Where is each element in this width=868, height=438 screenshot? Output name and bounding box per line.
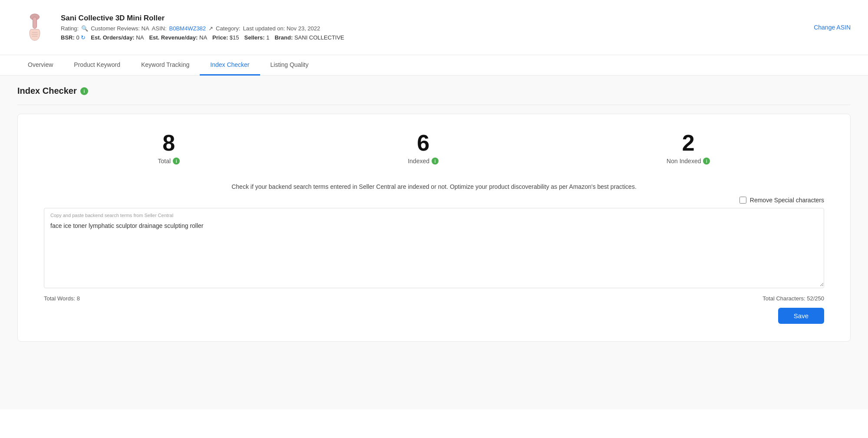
est-orders-value: NA <box>136 34 144 41</box>
sellers-value: 1 <box>266 34 269 41</box>
product-header: Sani Collective 3D Mini Roller Rating: 🔍… <box>0 0 868 55</box>
last-updated: Last updated on: Nov 23, 2022 <box>243 25 320 32</box>
est-revenue-label: Est. Revenue/day: <box>149 34 198 41</box>
svg-rect-1 <box>33 17 37 29</box>
change-asin-link[interactable]: Change ASIN <box>814 24 851 31</box>
tab-listing-quality[interactable]: Listing Quality <box>260 55 319 76</box>
price-label: Price: <box>212 34 228 41</box>
bsr-value: 0 <box>76 34 79 41</box>
tab-keyword-tracking[interactable]: Keyword Tracking <box>131 55 200 76</box>
page-title-row: Index Checker i <box>17 86 851 96</box>
tab-index-checker[interactable]: Index Checker <box>200 55 260 76</box>
stat-indexed-info-icon[interactable]: i <box>432 158 439 165</box>
bsr-label: BSR: <box>61 34 75 41</box>
search-icon: 🔍 <box>81 25 88 32</box>
stats-section: 8 Total i 6 Indexed i 2 Non Indexed i <box>17 114 851 342</box>
brand-label: Brand: <box>274 34 293 41</box>
asin-label: ASIN: <box>152 25 167 32</box>
stats-row: 8 Total i 6 Indexed i 2 Non Indexed i <box>44 132 824 165</box>
rating-label: Rating: <box>61 25 79 32</box>
asin-link[interactable]: B0BM4WZ382 <box>169 25 206 32</box>
category-label: Category: <box>216 25 240 32</box>
page-title: Index Checker <box>17 86 77 96</box>
save-button[interactable]: Save <box>778 308 824 324</box>
est-revenue-value: NA <box>199 34 207 41</box>
stat-indexed: 6 Indexed i <box>408 132 439 165</box>
stat-non-indexed-value: 2 <box>682 132 695 154</box>
tab-overview[interactable]: Overview <box>17 55 63 76</box>
stat-total: 8 Total i <box>158 132 180 165</box>
total-words-value: 8 <box>77 295 80 302</box>
stat-total-info-icon[interactable]: i <box>173 158 180 165</box>
brand-value: SANI COLLECTIVE <box>294 34 344 41</box>
remove-special-label[interactable]: Remove Special characters <box>750 197 824 204</box>
divider <box>17 105 851 105</box>
total-chars-display: Total Characters: 52/250 <box>762 295 824 302</box>
total-chars-label: Total Characters: <box>762 295 805 302</box>
sellers-label: Sellers: <box>244 34 265 41</box>
main-content: Index Checker i 8 Total i 6 Indexed i <box>0 76 868 409</box>
product-meta-row1: Rating: 🔍 Customer Reviews: NA ASIN: B0B… <box>61 25 805 32</box>
tab-product-keyword[interactable]: Product Keyword <box>63 55 131 76</box>
stat-indexed-value: 6 <box>417 132 429 154</box>
price-value: $15 <box>230 34 239 41</box>
description-text: Check if your backend search terms enter… <box>44 182 824 191</box>
stat-non-indexed-info-icon[interactable]: i <box>703 158 710 165</box>
stat-non-indexed-label: Non Indexed i <box>667 158 710 165</box>
total-words-display: Total Words: 8 <box>44 295 80 302</box>
product-title: Sani Collective 3D Mini Roller <box>61 14 805 23</box>
footer-row: Total Words: 8 Total Characters: 52/250 <box>44 295 824 302</box>
textarea-container: Copy and paste backend search terms from… <box>44 208 824 288</box>
nav-tabs: Overview Product Keyword Keyword Trackin… <box>0 55 868 76</box>
refresh-icon[interactable]: ↻ <box>81 34 86 41</box>
product-meta-row2: BSR: 0 ↻ Est. Orders/day: NA Est. Revenu… <box>61 34 805 41</box>
external-link-icon: ↗ <box>208 25 213 32</box>
product-info: Sani Collective 3D Mini Roller Rating: 🔍… <box>61 14 805 41</box>
stat-indexed-label: Indexed i <box>408 158 439 165</box>
stat-total-value: 8 <box>162 132 175 154</box>
product-image <box>17 8 52 47</box>
search-terms-textarea[interactable] <box>44 208 824 287</box>
page-title-info-icon[interactable]: i <box>80 87 88 95</box>
est-orders-label: Est. Orders/day: <box>91 34 134 41</box>
total-chars-value: 52/250 <box>807 295 824 302</box>
checkbox-row: Remove Special characters <box>44 197 824 204</box>
save-btn-row: Save <box>44 308 824 324</box>
stat-non-indexed: 2 Non Indexed i <box>667 132 710 165</box>
remove-special-checkbox[interactable] <box>739 197 746 204</box>
customer-reviews: Customer Reviews: NA <box>91 25 149 32</box>
total-words-label: Total Words: <box>44 295 75 302</box>
stat-total-label: Total i <box>158 158 180 165</box>
